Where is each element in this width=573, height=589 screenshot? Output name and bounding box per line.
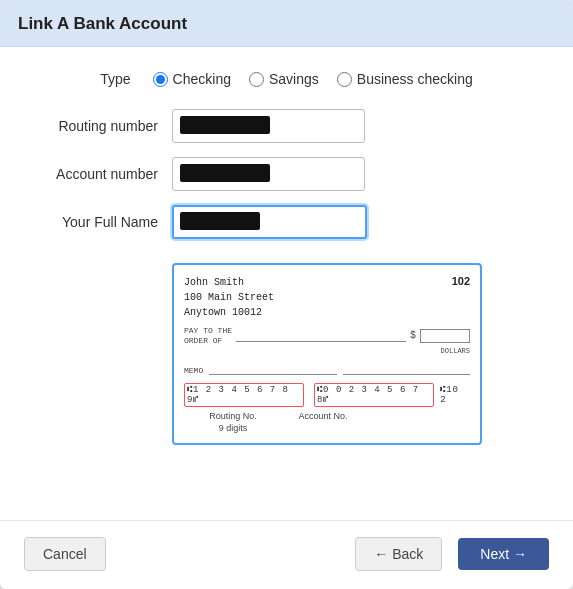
- radio-savings[interactable]: Savings: [249, 71, 319, 87]
- radio-checking-input[interactable]: [153, 72, 168, 87]
- fullname-input[interactable]: [172, 205, 367, 239]
- check-memo-label: MEMO: [184, 366, 203, 375]
- check-sig-line: [343, 363, 470, 375]
- radio-checking-label: Checking: [173, 71, 231, 87]
- check-amount-box: [420, 329, 470, 343]
- check-memo-line: [209, 363, 336, 375]
- micr-routing: ⑆1 2 3 4 5 6 7 8 9⑈: [184, 383, 304, 407]
- dialog-body: Type Checking Savings Business checking …: [0, 47, 573, 508]
- back-button[interactable]: ← Back: [355, 537, 442, 571]
- link-bank-account-dialog: Link A Bank Account Type Checking Saving…: [0, 0, 573, 589]
- account-label: Account number: [24, 166, 172, 182]
- check-dollar-sign: $: [410, 330, 416, 341]
- account-number-input[interactable]: [172, 157, 365, 191]
- check-diagram: John Smith 100 Main Street Anytown 10012…: [172, 263, 482, 445]
- routing-number-row: Routing number: [24, 109, 549, 143]
- routing-no-label: Routing No.9 digits: [188, 411, 278, 434]
- check-memo-row: MEMO: [184, 363, 470, 375]
- check-address1: 100 Main Street: [184, 292, 274, 303]
- check-pay-label: PAY TO THEORDER OF: [184, 326, 232, 345]
- check-micr-row: ⑆1 2 3 4 5 6 7 8 9⑈ ⑆0 0 2 3 4 5 6 7 8⑈ …: [184, 383, 470, 407]
- footer-right: ← Back Next →: [355, 537, 549, 571]
- micr-account: ⑆0 0 2 3 4 5 6 7 8⑈: [314, 383, 434, 407]
- radio-business-label: Business checking: [357, 71, 473, 87]
- type-row: Type Checking Savings Business checking: [24, 71, 549, 87]
- check-address2: Anytown 10012: [184, 307, 262, 318]
- dialog-footer: Cancel ← Back Next →: [0, 520, 573, 589]
- check-name: John Smith: [184, 277, 244, 288]
- radio-savings-label: Savings: [269, 71, 319, 87]
- check-number: 102: [452, 275, 470, 287]
- dialog-header: Link A Bank Account: [0, 0, 573, 47]
- dollars-label: DOLLARS: [184, 347, 470, 355]
- account-number-row: Account number: [24, 157, 549, 191]
- radio-business-input[interactable]: [337, 72, 352, 87]
- check-labels-row: Routing No.9 digits Account No.: [184, 411, 470, 434]
- fullname-row: Your Full Name: [24, 205, 549, 239]
- radio-business[interactable]: Business checking: [337, 71, 473, 87]
- next-button[interactable]: Next →: [458, 538, 549, 570]
- routing-label: Routing number: [24, 118, 172, 134]
- check-pay-line: [236, 330, 406, 342]
- dialog-title: Link A Bank Account: [18, 14, 555, 34]
- check-top-row: John Smith 100 Main Street Anytown 10012…: [184, 275, 470, 320]
- fullname-label: Your Full Name: [24, 214, 172, 230]
- micr-check: ⑆10 2: [440, 385, 470, 405]
- radio-savings-input[interactable]: [249, 72, 264, 87]
- account-no-label: Account No.: [278, 411, 368, 434]
- type-label: Type: [100, 71, 130, 87]
- cancel-button[interactable]: Cancel: [24, 537, 106, 571]
- check-pay-row: PAY TO THEORDER OF $: [184, 326, 470, 345]
- radio-checking[interactable]: Checking: [153, 71, 231, 87]
- routing-number-input[interactable]: [172, 109, 365, 143]
- check-name-addr: John Smith 100 Main Street Anytown 10012: [184, 275, 274, 320]
